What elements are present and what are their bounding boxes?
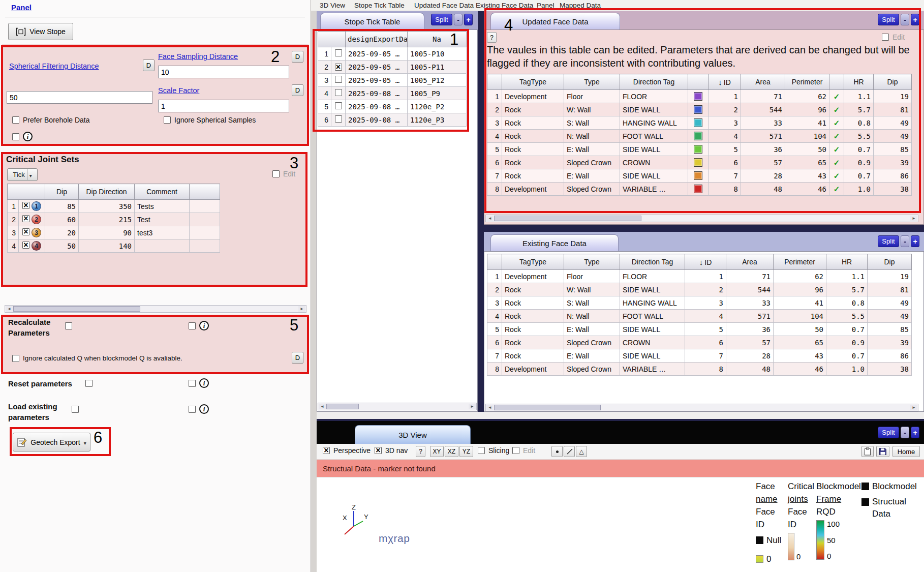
hr-cell[interactable]: 1.0 [826,363,868,376]
recalculate-default-button[interactable]: D [292,352,303,364]
vertical-splitter[interactable] [478,11,484,412]
direction-tag-cell[interactable]: SIDE WALL [620,103,688,116]
direction-tag-cell[interactable]: VARIABLE … [620,183,688,196]
load-existing-checkbox[interactable] [72,406,79,413]
id-cell[interactable]: 1 [685,270,726,283]
dip-cell[interactable]: 85 [45,200,79,213]
direction-tag-cell[interactable]: SIDE WALL [620,169,688,183]
row-number[interactable]: 5 [487,143,502,156]
perimeter-cell[interactable]: 50 [785,143,829,156]
view-stope-button[interactable]: View Stope [8,23,73,40]
row-number[interactable]: 2 [487,283,502,296]
type-cell[interactable]: Sloped Crown [564,156,620,169]
hr-cell[interactable]: 5.7 [844,103,874,116]
row-number[interactable]: 8 [487,183,502,196]
geotech-export-button[interactable]: Geotech Export [13,433,90,451]
spherical-filtering-distance-input[interactable] [7,91,152,104]
face-color-cell[interactable] [688,116,709,130]
info-icon[interactable] [199,378,209,388]
row-number[interactable]: 7 [487,169,502,183]
direction-tag-cell[interactable]: HANGING WALL [620,296,685,310]
id-cell[interactable]: 5 [685,323,726,336]
area-cell[interactable]: 544 [726,283,774,296]
stope-name-cell[interactable]: 1120e_P2 [408,100,467,113]
direction-tag-cell[interactable]: SIDE WALL [620,283,685,296]
ignore-q-checkbox[interactable] [12,355,19,362]
split-button[interactable]: Split [431,14,452,25]
hr-cell[interactable]: 0.7 [844,169,874,183]
joint-sets-hscrollbar[interactable] [5,305,306,313]
type-cell[interactable]: Sloped Crown [564,363,620,376]
area-cell[interactable]: 571 [726,310,774,323]
dip-cell[interactable]: 85 [868,323,912,336]
direction-tag-cell[interactable]: FLOOR [620,270,685,283]
polygon-tool-button[interactable] [576,446,587,457]
row-number[interactable]: 3 [318,74,331,87]
tick-dropdown-button[interactable]: Tick [7,168,38,181]
face-color-cell[interactable] [688,183,709,196]
row-number[interactable]: 2 [318,61,331,74]
scroll-right-icon[interactable] [910,216,917,221]
dip-cell[interactable]: 39 [868,336,912,349]
id-cell[interactable]: 6 [709,156,741,169]
hr-cell[interactable]: 0.9 [826,336,868,349]
stope-checkbox[interactable] [335,102,342,109]
perimeter-cell[interactable]: 46 [785,183,829,196]
id-cell[interactable]: 6 [685,336,726,349]
perimeter-cell[interactable]: 96 [774,283,826,296]
type-cell[interactable]: W: Wall [564,103,620,116]
area-cell[interactable]: 571 [741,130,785,143]
type-cell[interactable]: S: Wall [564,296,620,310]
view3d-edit-checkbox[interactable] [512,447,519,454]
stope-checkbox[interactable] [335,89,342,96]
design-export-date-cell[interactable]: 2025-09-08 … [346,87,408,100]
hr-cell[interactable]: 0.7 [844,143,874,156]
stope-checkbox[interactable] [335,115,342,123]
comment-cell[interactable] [135,239,190,253]
split-button[interactable]: Split [878,14,899,25]
dip-cell[interactable]: 19 [868,270,912,283]
minimize-button[interactable]: - [454,14,463,25]
face-sampling-distance-input[interactable] [158,66,289,78]
top-tab-stope-tick-table[interactable]: Stope Tick Table [354,2,405,9]
line-tool-button[interactable] [564,446,575,457]
hr-cell[interactable]: 0.7 [826,323,868,336]
perimeter-cell[interactable]: 62 [774,270,826,283]
face-color-cell[interactable] [688,130,709,143]
type-cell[interactable]: N: Wall [564,130,620,143]
comment-cell[interactable]: test3 [135,226,190,239]
view-xy-button[interactable]: XY [430,446,444,457]
updated-col-dip[interactable]: Dip [874,74,912,90]
hr-cell[interactable]: 1.1 [826,270,868,283]
dip-cell[interactable]: 81 [874,103,912,116]
design-export-date-cell[interactable]: 2025-09-05 … [346,74,408,87]
design-export-date-cell[interactable]: 2025-09-05 … [346,61,408,74]
perimeter-cell[interactable]: 43 [785,169,829,183]
row-number[interactable]: 4 [487,130,502,143]
scroll-thumb[interactable] [494,405,601,410]
cjs-col-dip[interactable]: Dip [45,184,79,200]
direction-tag-cell[interactable]: CROWN [620,336,685,349]
existing-col-perimeter[interactable]: Perimeter [774,254,826,270]
scroll-left-icon[interactable] [486,405,494,410]
area-cell[interactable]: 57 [726,336,774,349]
type-cell[interactable]: Sloped Crown [564,336,620,349]
tagtype-cell[interactable]: Rock [502,116,564,130]
type-cell[interactable]: Sloped Crown [564,183,620,196]
dip-direction-cell[interactable]: 350 [79,200,135,213]
tagtype-cell[interactable]: Rock [502,336,564,349]
row-number[interactable]: 1 [318,47,331,61]
type-cell[interactable]: S: Wall [564,116,620,130]
top-tab-updated-face-data[interactable]: Updated Face Data [414,2,474,9]
perimeter-cell[interactable]: 62 [785,90,829,103]
row-number[interactable]: 3 [8,226,19,239]
dip-cell[interactable]: 81 [868,283,912,296]
stope-col-name[interactable]: Na [408,32,467,47]
help-button[interactable]: ? [487,32,497,43]
tagtype-cell[interactable]: Development [502,363,564,376]
id-cell[interactable]: 7 [709,169,741,183]
tagtype-cell[interactable]: Development [502,183,564,196]
recalculate-checkbox[interactable] [65,322,72,329]
top-tab-mapped-data[interactable]: Mapped Data [560,2,601,9]
row-number[interactable]: 4 [8,239,19,253]
